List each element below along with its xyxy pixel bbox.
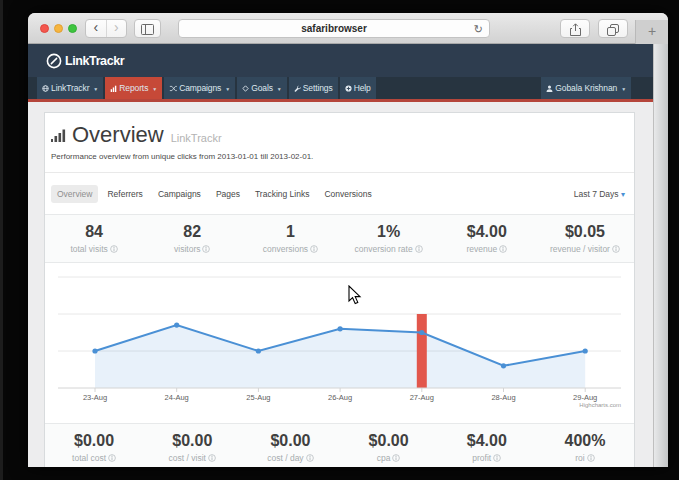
stat-profit: $4.00profit bbox=[438, 424, 536, 467]
caret-down-icon: ▼ bbox=[93, 86, 98, 92]
diamond-icon bbox=[242, 85, 249, 92]
caret-down-icon: ▾ bbox=[621, 190, 625, 199]
tab-pages[interactable]: Pages bbox=[210, 185, 246, 203]
address-text: safaribrowser bbox=[301, 23, 367, 34]
history-nav-group: ‹ › bbox=[85, 19, 127, 38]
highcharts-credit: Highcharts.com bbox=[579, 402, 621, 408]
nav-item-reports[interactable]: Reports▼ bbox=[105, 77, 162, 99]
tab-referrers[interactable]: Referrers bbox=[101, 185, 148, 203]
nav-label: LinkTrackr bbox=[51, 83, 89, 93]
info-icon[interactable] bbox=[493, 454, 501, 462]
info-icon[interactable] bbox=[587, 454, 595, 462]
user-menu[interactable]: Gobala Krishnan▼ bbox=[541, 77, 631, 99]
card-header: Overview LinkTrackr Performance overview… bbox=[45, 113, 634, 173]
stat-visitors: 82visitors bbox=[143, 215, 241, 262]
browser-window: ‹ › safaribrowser ↻ + bbox=[28, 13, 668, 467]
nav-item-help[interactable]: Help bbox=[340, 77, 376, 99]
info-icon[interactable] bbox=[306, 454, 314, 462]
linktrackr-logo-icon bbox=[46, 53, 62, 69]
nav-label: Goals bbox=[251, 83, 273, 93]
app-header: LinkTrackr bbox=[28, 44, 653, 77]
nav-item-linktrackr[interactable]: LinkTrackr▼ bbox=[37, 77, 103, 99]
info-icon[interactable] bbox=[499, 245, 507, 253]
stat-conversion-rate: 1%conversion rate bbox=[340, 215, 438, 262]
mouse-cursor bbox=[348, 285, 362, 305]
reload-icon[interactable]: ↻ bbox=[474, 23, 483, 36]
main-nav: LinkTrackr▼ Reports▼ Campaigns▼ Goals▼ S… bbox=[28, 77, 653, 99]
close-window-button[interactable] bbox=[40, 24, 49, 33]
web-page: LinkTrackr LinkTrackr▼ Reports▼ Campaign… bbox=[28, 44, 653, 467]
scrollbar-track[interactable] bbox=[653, 44, 668, 467]
stat-total-cost: $0.00total cost bbox=[45, 424, 143, 467]
x-axis-label: 29-Aug bbox=[573, 393, 597, 402]
info-icon[interactable] bbox=[208, 454, 216, 462]
zoom-window-button[interactable] bbox=[68, 24, 77, 33]
share-button[interactable] bbox=[560, 19, 590, 38]
forward-button[interactable]: › bbox=[106, 20, 127, 37]
plus-circle-icon bbox=[345, 85, 352, 92]
nav-item-settings[interactable]: Settings bbox=[289, 77, 338, 99]
info-icon[interactable] bbox=[415, 245, 423, 253]
info-icon[interactable] bbox=[392, 454, 400, 462]
nav-label: Campaigns bbox=[179, 83, 221, 93]
page-title: Overview bbox=[72, 122, 164, 148]
screenshot-frame: ‹ › safaribrowser ↻ + bbox=[0, 0, 679, 480]
overview-card: Overview LinkTrackr Performance overview… bbox=[44, 112, 635, 467]
globe-icon bbox=[42, 85, 49, 92]
stats-bars-icon bbox=[51, 128, 67, 142]
new-tab-button[interactable]: + bbox=[635, 20, 668, 44]
info-icon[interactable] bbox=[110, 245, 118, 253]
address-bar[interactable]: safaribrowser ↻ bbox=[178, 19, 490, 38]
stat-cpa: $0.00cpa bbox=[340, 424, 438, 467]
report-tabs: Overview Referrers Campaigns Pages Track… bbox=[45, 173, 634, 214]
user-icon bbox=[546, 85, 553, 92]
minimize-window-button[interactable] bbox=[54, 24, 63, 33]
tabs-icon bbox=[607, 24, 619, 36]
info-icon[interactable] bbox=[310, 245, 318, 253]
caret-down-icon: ▼ bbox=[152, 86, 157, 92]
stat-conversions: 1conversions bbox=[241, 215, 339, 262]
show-tabs-button[interactable] bbox=[598, 19, 628, 38]
back-button[interactable]: ‹ bbox=[86, 20, 106, 37]
sidebar-button[interactable] bbox=[134, 19, 161, 38]
nav-item-campaigns[interactable]: Campaigns▼ bbox=[164, 77, 235, 99]
date-range-selector[interactable]: Last 7 Days ▾ bbox=[574, 189, 625, 199]
tab-conversions[interactable]: Conversions bbox=[318, 185, 377, 203]
stat-revenue-visitor: $0.05revenue / visitor bbox=[536, 215, 634, 262]
brand-name[interactable]: LinkTrackr bbox=[65, 54, 124, 68]
user-name: Gobala Krishnan bbox=[555, 83, 617, 93]
stat-cost-day: $0.00cost / day bbox=[241, 424, 339, 467]
nav-label: Reports bbox=[119, 83, 148, 93]
stat-revenue: $4.00revenue bbox=[438, 215, 536, 262]
page-subtitle: Performance overview from unique clicks … bbox=[51, 152, 628, 161]
visits-chart[interactable]: 23-Aug24-Aug25-Aug26-Aug27-Aug28-Aug29-A… bbox=[45, 263, 634, 423]
tab-campaigns[interactable]: Campaigns bbox=[152, 185, 207, 203]
stats-row-top: 84total visits 82visitors 1conversions 1… bbox=[45, 214, 634, 263]
stat-roi: 400%roi bbox=[536, 424, 634, 467]
wrench-icon bbox=[294, 85, 301, 92]
caret-down-icon: ▼ bbox=[225, 86, 230, 92]
stat-total-visits: 84total visits bbox=[45, 215, 143, 262]
info-icon[interactable] bbox=[108, 454, 116, 462]
page-title-suffix: LinkTrackr bbox=[171, 132, 222, 144]
stats-row-bottom: $0.00total cost $0.00cost / visit $0.00c… bbox=[45, 423, 634, 467]
x-axis-label: 27-Aug bbox=[410, 393, 434, 402]
shuffle-icon bbox=[169, 85, 177, 92]
x-axis-label: 26-Aug bbox=[328, 393, 352, 402]
info-icon[interactable] bbox=[612, 245, 620, 253]
x-axis-label: 28-Aug bbox=[491, 393, 515, 402]
dashboard-page: Overview LinkTrackr Performance overview… bbox=[28, 102, 653, 467]
info-icon[interactable] bbox=[202, 245, 210, 253]
sidebar-icon bbox=[141, 24, 154, 35]
date-range-label: Last 7 Days bbox=[574, 189, 619, 199]
caret-down-icon: ▼ bbox=[277, 86, 282, 92]
tab-overview[interactable]: Overview bbox=[51, 185, 98, 203]
bar-chart-icon bbox=[110, 85, 117, 92]
x-axis-label: 24-Aug bbox=[165, 393, 189, 402]
stat-cost-visit: $0.00cost / visit bbox=[143, 424, 241, 467]
tab-tracking-links[interactable]: Tracking Links bbox=[249, 185, 315, 203]
x-axis-label: 23-Aug bbox=[83, 393, 107, 402]
caret-down-icon: ▼ bbox=[621, 86, 626, 92]
nav-label: Help bbox=[354, 83, 371, 93]
nav-item-goals[interactable]: Goals▼ bbox=[237, 77, 287, 99]
